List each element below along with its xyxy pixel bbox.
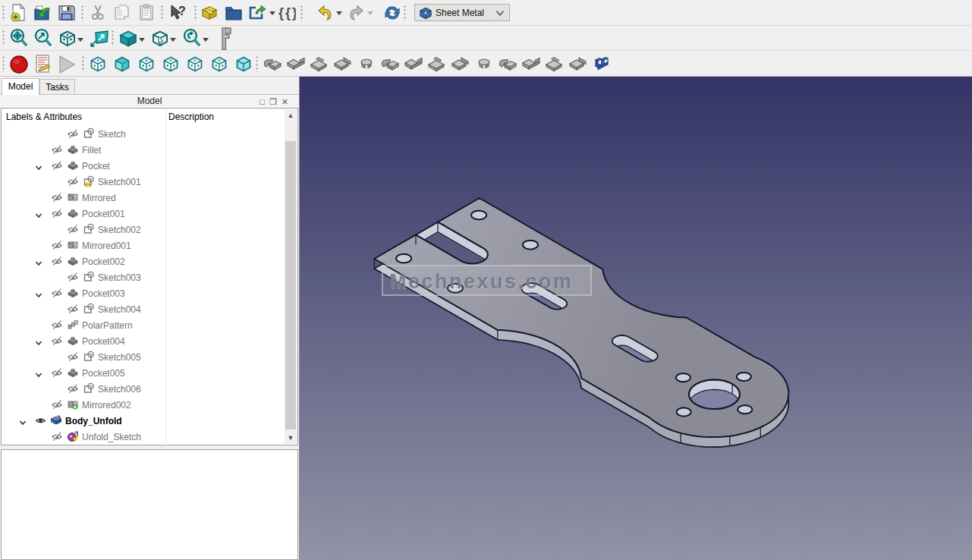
svg-text:{{}}: {{}} xyxy=(278,5,296,20)
svg-text:?: ? xyxy=(178,5,186,17)
